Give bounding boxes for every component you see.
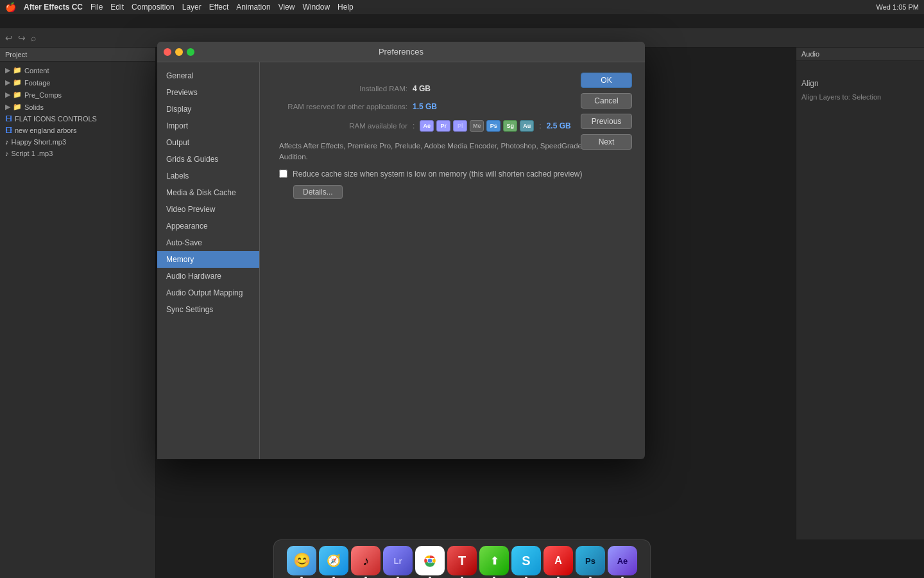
minimize-button[interactable] [175, 48, 183, 56]
menu-item-help[interactable]: Help [338, 3, 354, 12]
menu-item-animation[interactable]: Animation [236, 3, 270, 12]
svg-point-2 [428, 559, 432, 563]
dock-icon-safari[interactable]: 🧭 [319, 546, 348, 575]
menu-item-ae[interactable]: After Effects CC [24, 3, 83, 12]
sidebar-item-sync[interactable]: Sync Settings [157, 301, 259, 318]
prefs-buttons: OK Cancel Previous Next [581, 73, 632, 150]
badge-ps: Ps [486, 120, 501, 132]
clock: Wed 1:05 PM [877, 3, 919, 11]
sidebar-item-display[interactable]: Display [157, 101, 259, 118]
available-ram-row: RAM available for : Ae Pr Pl Me Ps Sg Au… [279, 120, 626, 132]
sidebar-item-video-preview[interactable]: Video Preview [157, 201, 259, 218]
reserved-ram-label: RAM reserved for other applications: [279, 103, 407, 110]
lr-icon: Lr [394, 556, 402, 566]
window-traffic-lights [164, 48, 194, 56]
sidebar-item-general[interactable]: General [157, 67, 259, 84]
menu-item-composition[interactable]: Composition [132, 3, 175, 12]
sidebar-item-labels[interactable]: Labels [157, 168, 259, 184]
project-item-solids[interactable]: ▶ 📁 Solids [0, 101, 155, 113]
skype-icon: S [522, 554, 530, 568]
sidebar-item-auto-save[interactable]: Auto-Save [157, 234, 259, 251]
sidebar-item-audio-output[interactable]: Audio Output Mapping [157, 285, 259, 301]
align-layers-label: Align Layers to: Selection [801, 93, 919, 101]
project-item-flat-icons[interactable]: 🎞 FLAT ICONS CONTROLS [0, 113, 155, 125]
finder-icon: 😊 [293, 552, 311, 569]
available-ram-value: 2.5 GB [547, 121, 571, 130]
dock-icon-photoshop[interactable]: Ps [576, 546, 605, 575]
memory-section: Installed RAM: 4 GB RAM reserved for oth… [279, 84, 626, 199]
reserved-ram-value: 1.5 GB [413, 102, 437, 111]
project-label: Project [5, 51, 27, 58]
typinator-icon: T [458, 554, 466, 568]
safari-icon: 🧭 [327, 554, 341, 568]
cancel-button[interactable]: Cancel [581, 93, 632, 109]
reduce-cache-row: Reduce cache size when system is low on … [279, 170, 626, 179]
menu-item-effect[interactable]: Effect [209, 3, 228, 12]
dock-icon-typinator[interactable]: T [447, 546, 477, 575]
menu-item-layer[interactable]: Layer [182, 3, 201, 12]
app-icons-row: Ae Pr Pl Me Ps Sg Au [420, 120, 534, 132]
sidebar-item-memory[interactable]: Memory [157, 251, 259, 268]
project-item-happy-short[interactable]: ♪ Happy Short.mp3 [0, 136, 155, 148]
installed-ram-label: Installed RAM: [279, 85, 407, 92]
menu-item-window[interactable]: Window [302, 3, 330, 12]
details-button[interactable]: Details... [293, 185, 343, 199]
project-item-script[interactable]: ♪ Script 1 .mp3 [0, 148, 155, 159]
sidebar-item-import[interactable]: Import [157, 118, 259, 134]
prefs-main: OK Cancel Previous Next Installed RAM: 4… [260, 62, 645, 459]
previous-button[interactable]: Previous [581, 114, 632, 129]
reserved-ram-row: RAM reserved for other applications: 1.5… [279, 102, 626, 111]
badge-sg: Sg [503, 120, 517, 132]
right-panel: Audio Align Align Layers to: Selection [796, 48, 924, 539]
project-item-precomps[interactable]: ▶ 📁 Pre_Comps [0, 89, 155, 101]
preferences-dialog: Preferences General Previews Display Imp… [157, 42, 645, 459]
apple-menu[interactable]: 🍎 [5, 2, 16, 12]
next-button[interactable]: Next [581, 134, 632, 150]
reduce-cache-checkbox[interactable] [279, 170, 287, 178]
maximize-button[interactable] [187, 48, 194, 56]
prefs-titlebar: Preferences [157, 42, 645, 62]
upwork-icon: ⬆ [490, 555, 499, 567]
affects-text: Affects After Effects, Premiere Pro, Pre… [279, 141, 613, 163]
installed-ram-value: 4 GB [413, 84, 431, 93]
project-item-arbors[interactable]: 🎞 new england arbors [0, 125, 155, 136]
menu-bar: 🍎 After Effects CC File Edit Composition… [0, 0, 924, 14]
project-item-content[interactable]: ▶ 📁 Content [0, 64, 155, 76]
installed-ram-row: Installed RAM: 4 GB [279, 84, 626, 93]
prefs-body: General Previews Display Import Output G… [157, 62, 645, 459]
align-panel-label: Align [801, 79, 919, 88]
right-panel-header: Audio [796, 48, 924, 61]
menu-item-edit[interactable]: Edit [110, 3, 124, 12]
available-ram-label: RAM available for [279, 122, 407, 130]
badge-pr: Pr [436, 120, 450, 132]
chrome-icon [421, 552, 439, 570]
badge-pl: Pl [453, 120, 467, 132]
music-icon: ♪ [363, 554, 369, 568]
sidebar-item-output[interactable]: Output [157, 134, 259, 151]
dock-icon-ae[interactable]: Ae [608, 546, 637, 575]
badge-au: Au [520, 120, 534, 132]
dock-icon-chrome[interactable] [415, 546, 445, 575]
dialog-title: Preferences [379, 47, 424, 57]
sidebar-item-media-disk[interactable]: Media & Disk Cache [157, 184, 259, 201]
close-button[interactable] [164, 48, 171, 56]
badge-me: Me [470, 120, 484, 132]
ae-icon: Ae [617, 556, 628, 566]
ok-button[interactable]: OK [581, 73, 632, 88]
dock-icon-finder[interactable]: 😊 [287, 546, 316, 575]
dock-icon-upwork[interactable]: ⬆ [479, 546, 509, 575]
sidebar-item-grids[interactable]: Grids & Guides [157, 151, 259, 168]
dock-icon-lightroom[interactable]: Lr [383, 546, 413, 575]
menu-item-view[interactable]: View [278, 3, 295, 12]
dock-icon-skype[interactable]: S [511, 546, 541, 575]
menu-item-file[interactable]: File [90, 3, 103, 12]
sidebar-item-previews[interactable]: Previews [157, 84, 259, 101]
reduce-cache-label: Reduce cache size when system is low on … [293, 170, 583, 179]
photoshop-icon: Ps [585, 556, 595, 566]
sidebar-item-audio-hardware[interactable]: Audio Hardware [157, 268, 259, 285]
project-item-footage[interactable]: ▶ 📁 Footage [0, 76, 155, 89]
project-panel: Project ▶ 📁 Content ▶ 📁 Footage ▶ 📁 Pre_… [0, 48, 156, 578]
dock-icon-music[interactable]: ♪ [351, 546, 381, 575]
dock-icon-acrobat[interactable]: A [543, 546, 573, 575]
sidebar-item-appearance[interactable]: Appearance [157, 218, 259, 234]
